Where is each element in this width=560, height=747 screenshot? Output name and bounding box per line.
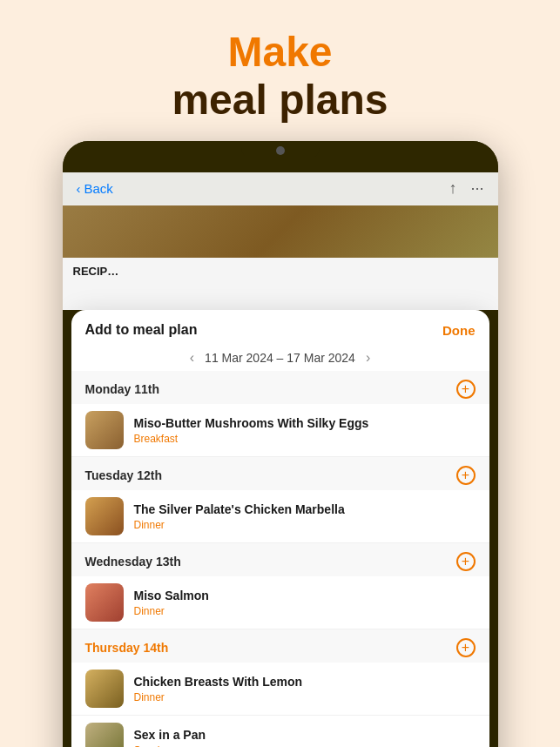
recipe-info: Chicken Breasts With LemonDinner [134, 674, 476, 703]
back-button[interactable]: ‹ Back [77, 181, 113, 196]
day-add-button-0[interactable]: + [456, 380, 476, 399]
app-content-background: RECIP… [63, 258, 498, 310]
app-nav-bar: ‹ Back ↑ ··· [63, 172, 498, 205]
device-top-bar [63, 141, 498, 172]
bg-recipe-label: RECIP… [73, 265, 488, 278]
recipe-item[interactable]: Sex in a PanSnacks [71, 716, 489, 747]
device-notch [241, 141, 320, 158]
hero-subtitle: meal plans [172, 76, 388, 124]
day-header-3: Thursday 14th+ [71, 629, 489, 663]
modal-header: Add to meal plan Done [71, 310, 489, 345]
recipe-thumbnail [85, 670, 124, 708]
recipe-name: Miso-Butter Mushrooms With Silky Eggs [134, 415, 476, 431]
more-icon[interactable]: ··· [470, 179, 483, 198]
prev-week-button[interactable]: ‹ [190, 350, 194, 366]
modal-body: Monday 11th+Miso-Butter Mushrooms With S… [71, 371, 489, 747]
day-section-2: Wednesday 13th+Miso SalmonDinner [71, 543, 489, 629]
day-header-1: Tuesday 12th+ [71, 457, 489, 490]
day-add-button-2[interactable]: + [456, 552, 476, 571]
nav-actions: ↑ ··· [449, 179, 483, 198]
modal-title: Add to meal plan [85, 322, 198, 338]
day-header-0: Monday 11th+ [71, 371, 489, 404]
hero-make: Make [172, 28, 388, 76]
recipe-thumbnail [85, 583, 124, 622]
recipe-name: Chicken Breasts With Lemon [134, 674, 476, 690]
recipe-item[interactable]: Chicken Breasts With LemonDinner [71, 663, 489, 716]
recipe-info: Miso-Butter Mushrooms With Silky EggsBre… [134, 415, 476, 445]
recipe-meal-type: Breakfast [134, 433, 476, 445]
day-add-button-3[interactable]: + [456, 638, 476, 657]
day-section-1: Tuesday 12th+The Silver Palate's Chicken… [71, 457, 489, 543]
day-section-3: Thursday 14th+Chicken Breasts With Lemon… [71, 629, 489, 747]
date-range-label: 11 Mar 2024 – 17 Mar 2024 [205, 351, 355, 365]
back-chevron-icon: ‹ [77, 181, 81, 196]
recipe-item[interactable]: Miso SalmonDinner [71, 576, 489, 629]
day-label-0: Monday 11th [85, 382, 160, 396]
recipe-name: Sex in a Pan [134, 727, 476, 743]
recipe-meal-type: Dinner [134, 519, 476, 531]
add-to-meal-plan-modal: Add to meal plan Done ‹ 11 Mar 2024 – 17… [71, 310, 489, 747]
app-hero-background [63, 205, 498, 258]
device-frame: ‹ Back ↑ ··· RECIP… Add to meal plan Don… [63, 141, 498, 747]
modal-done-button[interactable]: Done [442, 323, 476, 338]
recipe-item[interactable]: The Silver Palate's Chicken MarbellaDinn… [71, 490, 489, 543]
recipe-meal-type: Dinner [134, 605, 476, 617]
recipe-thumbnail [85, 723, 124, 747]
date-navigation: ‹ 11 Mar 2024 – 17 Mar 2024 › [71, 345, 489, 371]
recipe-meal-type: Dinner [134, 691, 476, 703]
recipe-info: The Silver Palate's Chicken MarbellaDinn… [134, 501, 476, 531]
recipe-item[interactable]: Miso-Butter Mushrooms With Silky EggsBre… [71, 404, 489, 457]
day-add-button-1[interactable]: + [456, 466, 476, 485]
recipe-name: The Silver Palate's Chicken Marbella [134, 501, 476, 517]
next-week-button[interactable]: › [366, 350, 370, 366]
recipe-info: Miso SalmonDinner [134, 588, 476, 617]
device-camera [276, 146, 285, 155]
day-label-2: Wednesday 13th [85, 555, 181, 569]
day-header-2: Wednesday 13th+ [71, 543, 489, 576]
recipe-thumbnail [85, 497, 124, 535]
day-section-0: Monday 11th+Miso-Butter Mushrooms With S… [71, 371, 489, 457]
share-icon[interactable]: ↑ [449, 179, 456, 198]
back-label: Back [84, 181, 113, 196]
recipe-thumbnail [85, 411, 124, 449]
day-label-1: Tuesday 12th [85, 468, 162, 482]
recipe-info: Sex in a PanSnacks [134, 727, 476, 747]
day-label-3: Thursday 14th [85, 641, 169, 655]
hero-section: Make meal plans [172, 0, 388, 141]
recipe-name: Miso Salmon [134, 588, 476, 603]
